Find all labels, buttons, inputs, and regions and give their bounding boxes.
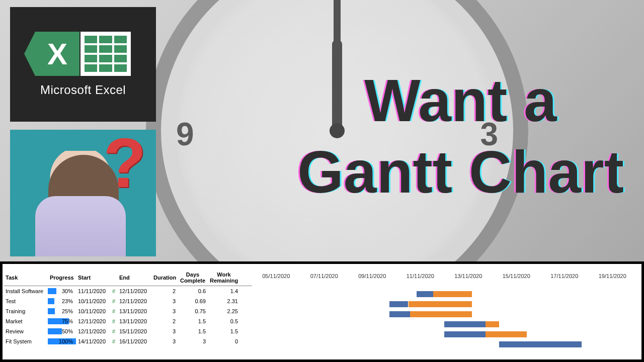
axis-tick: 07/11/2020 [300, 273, 349, 279]
axis-tick: 11/11/2020 [396, 273, 445, 279]
table-row: Test23%10/11/2020#12/11/202030.692.31 [4, 296, 252, 306]
gantt-strip: Task Progress Start End Duration Days Co… [0, 261, 644, 362]
gantt-bar-row [252, 309, 636, 319]
excel-icon: X [35, 32, 131, 76]
timeline-axis: 05/11/202007/11/202009/11/202011/11/2020… [252, 273, 636, 279]
gantt-timeline-chart: 05/11/202007/11/202009/11/202011/11/2020… [252, 269, 636, 356]
axis-tick: 13/11/2020 [444, 273, 493, 279]
question-mark-icon: ? [103, 130, 146, 198]
col-end: End [117, 274, 151, 282]
col-progress: Progress [48, 274, 76, 282]
axis-tick: 17/11/2020 [540, 273, 589, 279]
gantt-bar-row [252, 319, 636, 329]
table-row: Review50%12/11/2020#15/11/202031.51.5 [4, 326, 252, 336]
axis-tick: 09/11/2020 [348, 273, 396, 279]
excel-logo-card: X Microsoft Excel [10, 7, 156, 122]
headline-text: Want a Gantt Chart [297, 65, 624, 208]
col-task: Task [4, 274, 48, 282]
col-days-complete: Days Complete [178, 270, 208, 285]
gantt-bar-row [252, 329, 636, 339]
gantt-table-header: Task Progress Start End Duration Days Co… [4, 269, 252, 286]
gantt-bar-row [252, 299, 636, 309]
col-work-remaining: Work Remaining [208, 270, 240, 285]
table-row: Market75%12/11/2020#13/11/202021.50.5 [4, 316, 252, 326]
table-row: Install Software30%11/11/2020#12/11/2020… [4, 286, 252, 296]
table-row: Training25%10/11/2020#13/11/202030.752.2… [4, 306, 252, 316]
col-duration: Duration [151, 274, 178, 282]
col-start: Start [76, 274, 110, 282]
table-row: Fit System100%14/11/2020#16/11/2020330 [4, 336, 252, 346]
excel-label: Microsoft Excel [40, 83, 126, 97]
gantt-data-table: Task Progress Start End Duration Days Co… [4, 269, 252, 356]
thinking-person-card: ? [10, 130, 156, 256]
axis-tick: 05/11/2020 [252, 273, 300, 279]
gantt-bar-row [252, 339, 636, 349]
timeline-bars [252, 289, 636, 349]
axis-tick: 15/11/2020 [493, 273, 541, 279]
gantt-bar-row [252, 289, 636, 299]
hero-banner: 126 93 X Microsoft Excel ? Want a Gantt … [0, 0, 644, 261]
axis-tick: 19/11/2020 [589, 273, 637, 279]
